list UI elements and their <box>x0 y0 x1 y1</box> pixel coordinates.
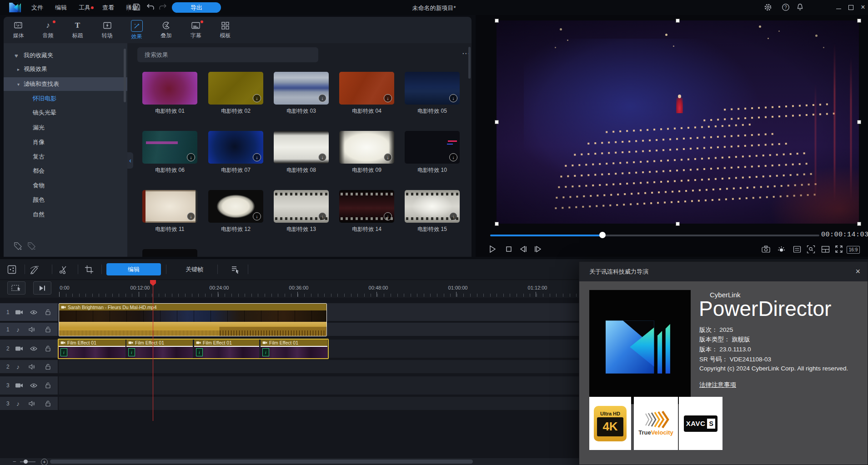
eye-icon[interactable] <box>30 346 37 351</box>
selection-handle[interactable] <box>857 19 861 23</box>
effect-clip[interactable]: Film Effect 01 i <box>59 340 125 358</box>
preview-quality-icon[interactable] <box>776 244 786 254</box>
redo-icon[interactable] <box>159 3 167 10</box>
sidebar-scrollbar[interactable] <box>124 49 126 102</box>
track-header-video-3[interactable]: 3 <box>0 376 58 395</box>
legal-notice-link[interactable]: 法律注意事项 <box>699 381 736 389</box>
selection-handle[interactable] <box>857 222 861 226</box>
effect-item[interactable]: ↓ 电影特效 04 <box>339 72 394 115</box>
display-options-icon[interactable] <box>792 244 802 254</box>
tab-overlay[interactable]: 叠加 <box>151 17 181 43</box>
video-clip[interactable]: Sarah Brightman - Fleurs Du Mal-HD.mp4 <box>59 303 327 336</box>
keyframe-mode-button[interactable]: 关键帧 <box>175 263 214 275</box>
track-manager-icon[interactable] <box>6 264 17 275</box>
eye-icon[interactable] <box>30 310 37 315</box>
playhead[interactable] <box>153 280 153 421</box>
effect-item[interactable]: ↓ 电影特效 11 <box>142 190 197 233</box>
range-select-button[interactable] <box>7 281 25 295</box>
edit-mode-button[interactable]: 编辑 <box>106 263 161 275</box>
search-input[interactable] <box>137 47 318 62</box>
snapshot-camera-icon[interactable] <box>761 244 771 254</box>
tab-templates[interactable]: 模板 <box>211 17 240 43</box>
track-header-video-2[interactable]: 2 <box>0 340 58 358</box>
undo-icon[interactable] <box>146 3 155 10</box>
export-button[interactable]: 导出 <box>172 2 221 13</box>
menu-file[interactable]: 文件 <box>25 4 49 12</box>
lock-icon[interactable] <box>45 326 51 333</box>
lock-icon[interactable] <box>45 309 51 315</box>
selection-handle[interactable] <box>495 19 499 23</box>
effect-item[interactable]: ↓ 电影特效 15 <box>405 190 460 233</box>
settings-gear-icon[interactable] <box>764 3 772 11</box>
effect-item[interactable]: ↓ 电影特效 09 <box>339 131 394 174</box>
split-view-icon[interactable] <box>820 244 830 254</box>
sidebar-item-portrait[interactable]: 肖像 <box>4 135 127 149</box>
track-header-video-1[interactable]: 1 <box>0 303 58 321</box>
effect-item[interactable]: ↓ 电影特效 12 <box>208 190 263 233</box>
restore-button[interactable] <box>847 4 854 10</box>
lock-icon[interactable] <box>45 400 51 407</box>
timeline-zoom-handle[interactable] <box>24 460 28 464</box>
track-header-audio-2[interactable]: 2 ♪ <box>0 360 58 374</box>
video-viewport[interactable] <box>497 20 859 224</box>
pen-design-icon[interactable] <box>29 264 40 275</box>
grid-scrollbar[interactable] <box>468 47 471 79</box>
effect-item[interactable]: ↓ 电影特效 06 <box>142 131 197 174</box>
split-scissors-icon[interactable] <box>58 264 69 275</box>
effect-item[interactable]: ↓ 电影特效 10 <box>405 131 460 174</box>
timeline-zoom-slider[interactable] <box>20 461 35 462</box>
notifications-bell-icon[interactable] <box>796 3 804 11</box>
eye-icon[interactable] <box>30 383 37 388</box>
remove-tag-icon[interactable] <box>27 242 36 250</box>
menu-tools[interactable]: 工具 <box>73 4 96 12</box>
tab-audio[interactable]: ♪ 音频 <box>33 17 63 43</box>
select-list-icon[interactable] <box>230 264 241 275</box>
sidebar-item-color[interactable]: 颜色 <box>4 193 127 207</box>
seek-bar[interactable] <box>490 235 819 236</box>
effect-item[interactable] <box>142 249 197 257</box>
effect-item[interactable]: ↓ 电影特效 03 <box>274 72 329 115</box>
effect-item[interactable]: ↓ 电影特效 08 <box>274 131 329 174</box>
effect-item[interactable]: 电影特效 01 <box>142 72 197 115</box>
sidebar-item-filters-luts[interactable]: ▾ 滤镜和查找表 <box>4 77 127 91</box>
add-tag-icon[interactable] <box>14 242 22 250</box>
zoom-view-icon[interactable] <box>806 244 816 254</box>
effect-clip[interactable]: Film Effect 01 i <box>261 340 327 358</box>
speaker-icon[interactable] <box>29 364 35 370</box>
speaker-icon[interactable] <box>29 401 35 406</box>
sidebar-item-food[interactable]: 食物 <box>4 179 127 192</box>
dialog-close-icon[interactable]: × <box>855 267 860 276</box>
aspect-ratio-button[interactable]: 16:9 <box>847 246 860 254</box>
minimize-button[interactable] <box>835 4 842 10</box>
effect-clip[interactable]: Film Effect 01 i <box>194 340 259 358</box>
effect-item[interactable]: ↓ 电影特效 13 <box>274 190 329 233</box>
effect-item[interactable]: ↓ 电影特效 02 <box>208 72 263 115</box>
effect-clip[interactable]: Film Effect 01 i <box>126 340 193 358</box>
selection-handle[interactable] <box>495 120 499 124</box>
tab-subtitles[interactable]: 字幕 <box>181 17 211 43</box>
selection-handle[interactable] <box>676 19 680 23</box>
zoom-in-icon[interactable]: + <box>41 459 48 465</box>
lock-icon[interactable] <box>45 364 51 370</box>
fullscreen-icon[interactable] <box>834 244 844 254</box>
tab-transition[interactable]: 转场 <box>92 17 122 43</box>
save-icon[interactable] <box>133 3 140 11</box>
sidebar-item-retro-film[interactable]: 怀旧电影 <box>4 92 127 105</box>
tab-title[interactable]: T 标题 <box>63 17 92 43</box>
track-header-audio-3[interactable]: 3 ♪ <box>0 397 58 410</box>
stop-button[interactable] <box>504 244 514 254</box>
effect-item[interactable]: ↓ 电影特效 05 <box>405 72 460 115</box>
tab-effects[interactable]: 效果 <box>122 17 151 43</box>
sidebar-item-video-effects[interactable]: ▸ 视频效果 <box>4 62 127 76</box>
previous-frame-button[interactable] <box>518 244 528 254</box>
menu-edit[interactable]: 编辑 <box>49 4 73 12</box>
crop-tool-icon[interactable] <box>84 264 95 275</box>
sidebar-item-favorites[interactable]: ♥ 我的收藏夹 <box>4 49 127 62</box>
zoom-out-icon[interactable]: − <box>13 458 16 465</box>
speaker-icon[interactable] <box>29 327 35 332</box>
selection-handle[interactable] <box>495 222 499 226</box>
close-button[interactable]: × <box>859 4 867 10</box>
play-button[interactable] <box>487 244 497 254</box>
horizontal-scrollbar[interactable] <box>50 460 473 464</box>
collapse-sidebar-handle[interactable]: ‹ <box>127 152 133 169</box>
